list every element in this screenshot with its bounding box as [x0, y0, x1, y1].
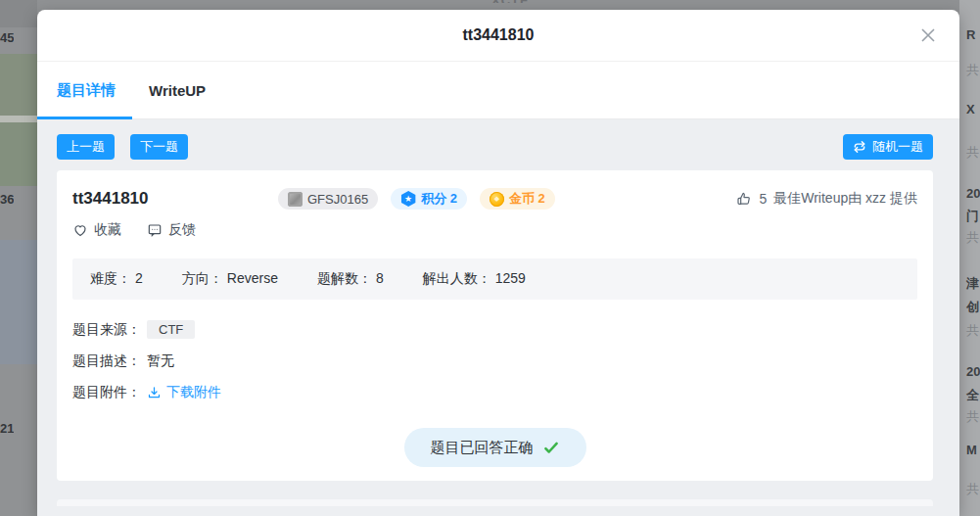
favorite-button[interactable]: 收藏 — [72, 221, 121, 239]
score-badge-label: 积分 2 — [421, 190, 457, 208]
answer-status-badge: 题目已回答正确 — [404, 428, 586, 467]
challenge-name: tt3441810 — [72, 189, 278, 209]
attachment-label: 题目附件： — [72, 384, 141, 401]
stat-solvers: 解出人数： 1259 — [423, 270, 526, 288]
random-question-button[interactable]: 随机一题 — [843, 134, 933, 160]
background-text-fragment: 共 — [966, 409, 979, 424]
background-block — [0, 240, 37, 364]
background-text-fragment: 20 — [966, 364, 980, 379]
challenge-code-badge: GFSJ0165 — [278, 188, 378, 210]
background-row-number: 45 — [0, 30, 14, 46]
stat-writeups: 题解数： 8 — [317, 270, 384, 288]
toolbar: 上一题 下一题 随机一题 — [57, 134, 933, 160]
source-tag: CTF — [147, 320, 195, 339]
heart-icon — [72, 222, 88, 238]
badge-group: GFSJ0165 ★ 积分 2 ◆ 金币 2 — [278, 188, 555, 210]
stat-value: 2 — [135, 270, 143, 288]
stat-value: 1259 — [495, 270, 526, 288]
modal-body: 上一题 下一题 随机一题 tt3441810 GFSJ0165 — [37, 119, 959, 516]
feedback-label: 反馈 — [168, 221, 196, 239]
challenge-title-row: tt3441810 GFSJ0165 ★ 积分 2 ◆ 金币 2 — [72, 188, 917, 210]
challenge-detail-modal: tt3441810 题目详情 WriteUP 上一题 下一题 随机一题 — [37, 10, 959, 516]
answer-status-text: 题目已回答正确 — [431, 439, 534, 457]
thumbs-up-icon[interactable] — [736, 191, 752, 207]
description-row: 题目描述： 暂无 — [72, 352, 917, 370]
best-writeup-credit: 5 最佳Writeup由 xzz 提供 — [736, 190, 917, 208]
comment-icon — [147, 222, 163, 238]
answer-status-row: 题目已回答正确 — [72, 428, 917, 467]
challenge-card: tt3441810 GFSJ0165 ★ 积分 2 ◆ 金币 2 — [57, 170, 933, 481]
star-hexagon-icon: ★ — [400, 191, 416, 207]
description-value: 暂无 — [147, 352, 174, 370]
background-block — [0, 54, 37, 116]
background-text-fragment: 津 — [966, 276, 979, 291]
background-text-fragment: M — [966, 443, 977, 457]
background-row-number: 36 — [0, 192, 14, 208]
stat-label: 方向： — [182, 270, 223, 288]
background-block — [0, 0, 37, 27]
source-row: 题目来源： CTF — [72, 320, 917, 339]
stat-label: 题解数： — [317, 270, 372, 288]
background-divider — [0, 116, 37, 122]
background-text-fragment: 共 — [966, 323, 979, 338]
close-icon[interactable] — [918, 25, 938, 45]
favorite-label: 收藏 — [94, 221, 121, 239]
score-badge: ★ 积分 2 — [391, 188, 467, 210]
tab-writeup[interactable]: WriteUP — [132, 62, 222, 118]
source-label: 题目来源： — [72, 321, 141, 339]
background-text-fragment: X — [966, 102, 975, 117]
background-right-panel: R共X共20门共津创共20全共M共 — [959, 0, 980, 516]
download-icon — [147, 386, 162, 400]
challenge-actions-row: 收藏 反馈 — [72, 221, 917, 239]
stat-label: 难度： — [90, 270, 131, 288]
challenge-stats-bar: 难度： 2 方向： Reverse 题解数： 8 解出人数： 1259 — [72, 258, 917, 300]
challenge-code-label: GFSJ0165 — [307, 192, 368, 207]
random-question-label: 随机一题 — [872, 134, 923, 160]
modal-tabs: 题目详情 WriteUP — [37, 62, 959, 119]
coin-badge-label: 金币 2 — [509, 190, 545, 208]
description-label: 题目描述： — [72, 352, 141, 370]
background-text-fragment: 门 — [966, 209, 979, 223]
check-icon — [542, 439, 560, 456]
background-text-fragment: 全 — [966, 388, 979, 402]
modal-title: tt3441810 — [37, 10, 959, 61]
writeup-credit-text: 最佳Writeup由 xzz 提供 — [773, 190, 917, 208]
feedback-button[interactable]: 反馈 — [147, 221, 196, 239]
coin-badge: ◆ 金币 2 — [480, 188, 555, 210]
stat-value: Reverse — [227, 270, 278, 288]
background-row-number: 21 — [0, 421, 14, 437]
stat-label: 解出人数： — [423, 270, 491, 288]
emblem-icon — [288, 192, 303, 207]
stat-direction: 方向： Reverse — [182, 270, 278, 288]
background-text-fragment: 创 — [966, 300, 979, 314]
background-text-fragment: 共 — [966, 482, 979, 496]
next-question-button[interactable]: 下一题 — [130, 134, 188, 160]
prev-question-button[interactable]: 上一题 — [57, 134, 115, 160]
modal-header: tt3441810 — [37, 10, 959, 62]
gold-coin-icon: ◆ — [490, 192, 504, 207]
likes-count: 5 — [759, 191, 767, 207]
background-text-fragment: XCTF — [491, 0, 529, 3]
download-attachment-link[interactable]: 下载附件 — [147, 384, 221, 401]
background-text-fragment: R — [966, 27, 975, 42]
shuffle-icon — [853, 140, 866, 154]
background-text-fragment: 20 — [966, 186, 980, 201]
background-text-fragment: 共 — [966, 230, 979, 245]
background-block — [0, 122, 37, 186]
background-text-fragment: 共 — [966, 145, 979, 160]
tab-challenge-details[interactable]: 题目详情 — [37, 62, 132, 118]
stat-value: 8 — [376, 270, 384, 288]
stat-difficulty: 难度： 2 — [90, 270, 143, 288]
background-text-fragment: 共 — [966, 63, 979, 77]
download-attachment-label: 下载附件 — [166, 384, 221, 401]
next-card-edge — [57, 499, 933, 506]
attachment-row: 题目附件： 下载附件 — [72, 384, 917, 401]
